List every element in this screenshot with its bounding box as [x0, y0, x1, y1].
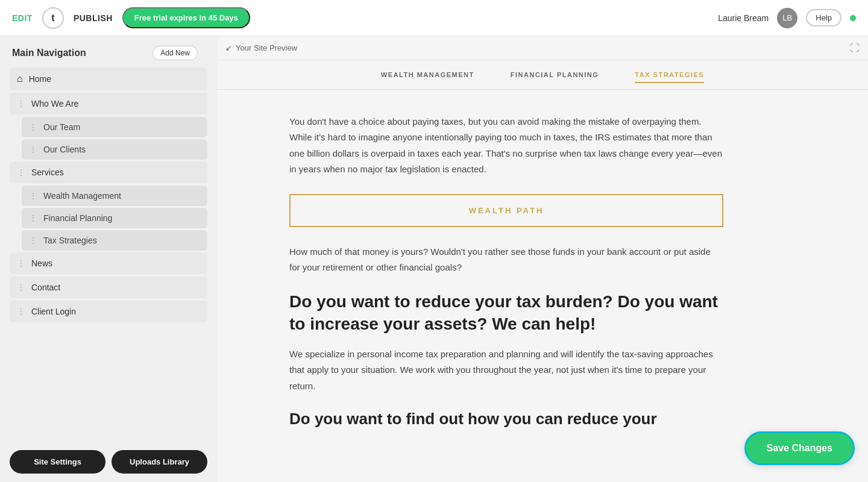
sidebar-item-who-we-are[interactable]: ⋮ Who We Are — [10, 93, 207, 114]
sidebar-sub-label: Wealth Management — [43, 191, 121, 201]
big-heading2: Do you want to find out how you can redu… — [289, 408, 723, 430]
sidebar-item-label: Who We Are — [31, 99, 78, 108]
drag-handle-icon: ⋮ — [29, 122, 37, 132]
drag-handle-icon: ⋮ — [29, 236, 37, 245]
trial-banner[interactable]: Free trial expires in 45 Days — [122, 7, 250, 28]
save-changes-button[interactable]: Save Changes — [744, 431, 855, 465]
sidebar-sub-label: Financial Planning — [43, 213, 112, 223]
sidebar-item-services[interactable]: ⋮ Services — [10, 161, 207, 183]
drag-handle-icon: ⋮ — [17, 283, 25, 292]
sidebar: Main Navigation Add New ⌂ Home ⋮ Who We … — [0, 36, 217, 482]
status-dot — [850, 15, 856, 21]
sidebar-item-label: Contact — [31, 283, 60, 292]
site-nav-financial-planning[interactable]: FINANCIAL PLANNING — [511, 71, 599, 83]
drag-handle-icon: ⋮ — [17, 307, 25, 316]
preview-label: ↙ Your Site Preview — [225, 43, 297, 52]
add-new-button[interactable]: Add New — [153, 46, 198, 60]
uploads-library-button[interactable]: Uploads Library — [112, 450, 207, 474]
sidebar-item-contact[interactable]: ⋮ Contact — [10, 277, 207, 298]
intro-text: You don't have a choice about paying tax… — [289, 114, 723, 177]
site-nav-wealth-management[interactable]: WEALTH MANAGEMENT — [381, 71, 474, 83]
preview-pane: ↙ Your Site Preview ⛶ WEALTH MANAGEMENT … — [217, 36, 868, 482]
user-name: Laurie Bream — [718, 13, 769, 23]
site-nav-tax-strategies[interactable]: TAX STRATEGIES — [635, 71, 704, 83]
drag-handle-icon: ⋮ — [17, 258, 25, 268]
sidebar-item-label: News — [31, 258, 52, 268]
sidebar-item-wealth-management[interactable]: ⋮ Wealth Management — [22, 186, 207, 206]
sidebar-item-label: Services — [31, 167, 64, 177]
sidebar-item-our-clients[interactable]: ⋮ Our Clients — [22, 139, 207, 160]
drag-handle-icon: ⋮ — [17, 167, 25, 177]
sidebar-item-home[interactable]: ⌂ Home — [10, 67, 207, 90]
sidebar-wrapper: Main Navigation Add New ⌂ Home ⋮ Who We … — [0, 36, 217, 482]
sidebar-sub-label: Our Team — [43, 122, 80, 132]
middle-text: How much of that money is yours? Wouldn'… — [289, 244, 723, 276]
drag-handle-icon: ⋮ — [29, 213, 37, 223]
preview-topbar: ↙ Your Site Preview ⛶ — [217, 36, 868, 60]
user-avatar: LB — [777, 8, 797, 28]
site-body: You don't have a choice about paying tax… — [217, 90, 760, 454]
help-button[interactable]: Help — [806, 9, 841, 27]
sidebar-item-tax-strategies[interactable]: ⋮ Tax Strategies — [22, 230, 207, 251]
edit-button[interactable]: EDIT — [12, 13, 33, 23]
sidebar-header: Main Navigation Add New — [10, 46, 207, 67]
main-area: Main Navigation Add New ⌂ Home ⋮ Who We … — [0, 36, 868, 482]
big-heading: Do you want to reduce your tax burden? D… — [289, 290, 723, 336]
top-bar-right: Laurie Bream LB Help — [718, 8, 856, 28]
expand-icon[interactable]: ⛶ — [850, 43, 860, 54]
drag-handle-icon: ⋮ — [29, 145, 37, 154]
site-settings-button[interactable]: Site Settings — [10, 450, 105, 474]
sidebar-item-label: Home — [29, 74, 51, 84]
arrows-icon: ↙ — [225, 43, 232, 52]
sidebar-item-news[interactable]: ⋮ News — [10, 252, 207, 274]
home-icon: ⌂ — [17, 74, 23, 84]
sidebar-item-label: Client Login — [31, 307, 76, 316]
drag-handle-icon: ⋮ — [29, 191, 37, 201]
site-nav: WEALTH MANAGEMENT FINANCIAL PLANNING TAX… — [217, 60, 868, 90]
sidebar-item-financial-planning[interactable]: ⋮ Financial Planning — [22, 208, 207, 228]
logo: t — [42, 7, 64, 29]
site-content: WEALTH MANAGEMENT FINANCIAL PLANNING TAX… — [217, 60, 868, 482]
wealth-path-box: WEALTH PATH — [289, 194, 723, 227]
sidebar-item-client-login[interactable]: ⋮ Client Login — [10, 301, 207, 322]
sidebar-sub-label: Tax Strategies — [43, 236, 97, 245]
sidebar-bottom: Site Settings Uploads Library — [0, 442, 217, 482]
body-text: We specialize in personal income tax pre… — [289, 346, 723, 394]
sidebar-sub-label: Our Clients — [43, 145, 86, 154]
sidebar-title: Main Navigation — [12, 48, 86, 58]
drag-handle-icon: ⋮ — [17, 99, 25, 108]
sidebar-item-our-team[interactable]: ⋮ Our Team — [22, 117, 207, 137]
publish-button[interactable]: PUBLISH — [74, 13, 113, 23]
top-bar: EDIT t PUBLISH Free trial expires in 45 … — [0, 0, 868, 36]
